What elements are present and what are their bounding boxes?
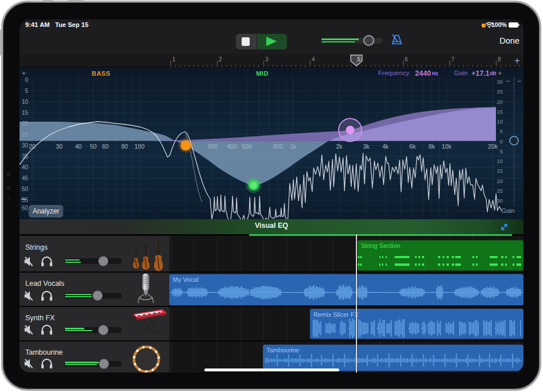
svg-text:Tambourine: Tambourine (266, 347, 299, 354)
svg-text:My Vocal: My Vocal (173, 276, 199, 283)
svg-text:String Section: String Section (361, 242, 400, 249)
svg-text:Remix Slicer FX: Remix Slicer FX (313, 311, 359, 318)
